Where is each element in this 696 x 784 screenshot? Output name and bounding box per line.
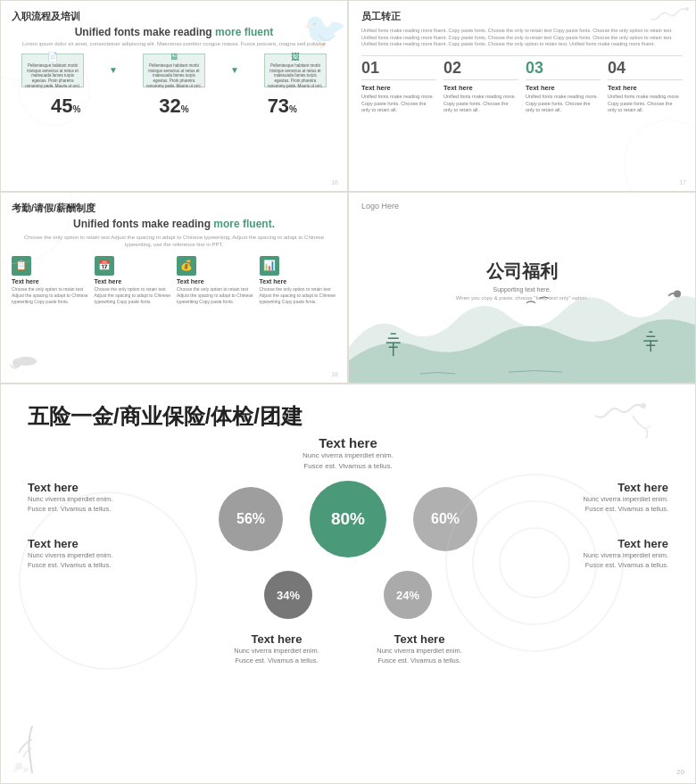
panel1-num: 16 xyxy=(331,179,338,186)
svg-point-0 xyxy=(685,7,689,11)
circle-24-shape: 24% xyxy=(384,571,432,619)
circle-left-title: Text here xyxy=(234,632,319,646)
chart-icon: 📊 xyxy=(260,256,279,276)
flow-box-1-text: Pellentesque habitant morbi tristique se… xyxy=(25,63,80,89)
flow-box-3-text: Pellentesque habitant morbi tristique se… xyxy=(268,63,323,89)
panel-attendance: 考勤/请假/薪酬制度 Unified fonts make reading mo… xyxy=(0,192,348,384)
svg-point-2 xyxy=(15,357,37,366)
panel2-body: Unified fonts make reading more fluent. … xyxy=(361,28,683,48)
monitor-icon: 🖥 xyxy=(170,52,178,62)
circle-right-body1: Nunc viverra imperdiet enim. xyxy=(377,646,461,656)
icon-item-3-title: Text here xyxy=(177,278,204,285)
circles-bottom-text: Text here Nunc viverra imperdiet enim. F… xyxy=(205,632,491,666)
circle-24-label: 24% xyxy=(396,589,419,602)
num-item-1: 01 Text here Unified fonts make reading … xyxy=(361,60,436,114)
logo-area: Logo Here xyxy=(361,202,683,210)
divider-inner-3 xyxy=(526,79,601,80)
right-top-title: Text here xyxy=(584,481,668,494)
deco-bird-1: 🐦 xyxy=(302,10,347,52)
svg-point-7 xyxy=(13,769,18,773)
circle-56-shape: 56% xyxy=(219,487,283,551)
num-item-4: 04 Text here Unified fonts make reading … xyxy=(608,60,683,114)
circle-right-body2: Fusce est. Vivamus a tellus. xyxy=(377,656,461,665)
panel-welfare: Logo Here 公司福利 Supporting text here. Whe… xyxy=(348,192,696,384)
circle-80-label: 80% xyxy=(331,509,365,529)
svg-point-6 xyxy=(23,767,29,772)
page-num: 20 xyxy=(676,768,684,776)
image-icon: 🖼 xyxy=(291,52,300,62)
stat-3-pct: % xyxy=(289,104,297,114)
deco-bird-2 xyxy=(646,5,691,40)
panel2-num: 17 xyxy=(679,179,686,186)
circle-34-shape: 34% xyxy=(264,571,312,619)
divider-1 xyxy=(361,55,683,56)
icon-item-4-title: Text here xyxy=(260,278,287,285)
icon-item-2-body: Choose the only option to retain text Ad… xyxy=(95,286,172,305)
circle-right-title: Text here xyxy=(377,632,461,646)
divider-inner-2 xyxy=(443,79,518,80)
flow-boxes: 📄 Pellentesque habitant morbi tristique … xyxy=(12,54,336,87)
divider-inner-1 xyxy=(361,79,436,80)
panel-probation: 员工转正 Unified fonts make reading more flu… xyxy=(348,0,696,192)
circle-24: 24% xyxy=(384,571,432,619)
num-item-4-body: Unified fonts make reading more. Copy pa… xyxy=(608,94,683,114)
num-item-1-body: Unified fonts make reading more. Copy pa… xyxy=(361,94,436,114)
num-4: 04 xyxy=(608,60,683,76)
circle-56-label: 56% xyxy=(236,511,265,527)
circle-34-label: 34% xyxy=(277,589,300,602)
num-item-1-title: Text here xyxy=(361,84,436,92)
icon-item-2: 📅 Text here Choose the only option to re… xyxy=(95,256,172,305)
landscape-deco xyxy=(349,276,695,383)
panel-benefits: 五险一金/商业保险/体检/团建 Text here Nunc viverra i… xyxy=(0,384,696,784)
flow-box-2-text: Pellentesque habitant morbi tristique se… xyxy=(146,63,202,89)
num-item-3-body: Unified fonts make reading more. Copy pa… xyxy=(526,94,601,114)
icon-grid: 📋 Text here Choose the only option to re… xyxy=(12,256,336,305)
stat-2-num: 32% xyxy=(159,95,188,117)
stat-2: 32% xyxy=(159,95,188,118)
circles-top-row: 56% 80% 60% xyxy=(219,481,477,557)
icon-item-3-body: Choose the only option to retain text Ad… xyxy=(177,286,254,305)
icon-item-1-title: Text here xyxy=(12,278,39,285)
icon-item-3: 💰 Text here Choose the only option to re… xyxy=(177,256,254,305)
deco-bird-3 xyxy=(10,352,46,378)
center-body-2: Fusce est. Vivamus a tellus. xyxy=(28,461,668,472)
center-section-top: Text here Nunc viverra imperdiet enim. F… xyxy=(28,435,668,472)
num-2: 02 xyxy=(443,60,518,76)
circle-56: 56% xyxy=(219,487,283,551)
num-item-2: 02 Text here Unified fonts make reading … xyxy=(443,60,518,114)
doc-icon: 📄 xyxy=(47,52,58,62)
flow-arrow-1: ▼ xyxy=(109,54,118,87)
flow-arrow-2: ▼ xyxy=(230,54,239,87)
panel2-title-zh: 员工转正 xyxy=(361,10,683,23)
num-item-2-title: Text here xyxy=(443,84,518,92)
stat-3: 73% xyxy=(268,95,297,118)
circle-80: 80% xyxy=(310,481,386,557)
num-item-4-title: Text here xyxy=(608,84,683,92)
icon-item-4-body: Choose the only option to retain text Ad… xyxy=(260,286,337,305)
deco-bird-5 xyxy=(588,398,650,446)
circle-left-bottom-text: Text here Nunc viverra imperdiet enim. F… xyxy=(234,632,319,666)
num-item-3: 03 Text here Unified fonts make reading … xyxy=(526,60,601,114)
numbered-items: 01 Text here Unified fonts make reading … xyxy=(361,60,683,114)
circle-right-bottom-text: Text here Nunc viverra imperdiet enim. F… xyxy=(377,632,461,666)
circle-left-body1: Nunc viverra imperdiet enim. xyxy=(234,646,319,656)
money-icon: 💰 xyxy=(177,256,196,276)
circle-34: 34% xyxy=(264,571,312,619)
center-title: Text here xyxy=(28,435,668,450)
deco-ink-bottom xyxy=(10,722,54,779)
circle-left-body2: Fusce est. Vivamus a tellus. xyxy=(234,656,319,665)
stat-3-num: 73% xyxy=(268,95,297,117)
stat-2-pct: % xyxy=(181,104,189,114)
flow-box-3: 🖼 Pellentesque habitant morbi tristique … xyxy=(264,54,327,87)
circles-bottom-row: 34% 24% xyxy=(264,571,432,619)
icon-item-4: 📊 Text here Choose the only option to re… xyxy=(260,256,337,305)
panel4-num: 19 xyxy=(679,371,686,377)
center-body-1: Nunc viverra imperdiet enim. xyxy=(28,450,668,461)
divider-inner-4 xyxy=(608,79,683,80)
flow-box-2: 🖥 Pellentesque habitant morbi tristique … xyxy=(143,54,205,87)
num-3: 03 xyxy=(526,60,601,76)
icon-item-2-title: Text here xyxy=(95,278,122,285)
panel-onboarding: 入职流程及培训 Unified fonts make reading more … xyxy=(0,0,348,192)
panel5-title: 五险一金/商业保险/体检/团建 xyxy=(28,402,668,431)
panel3-num: 18 xyxy=(331,371,338,377)
